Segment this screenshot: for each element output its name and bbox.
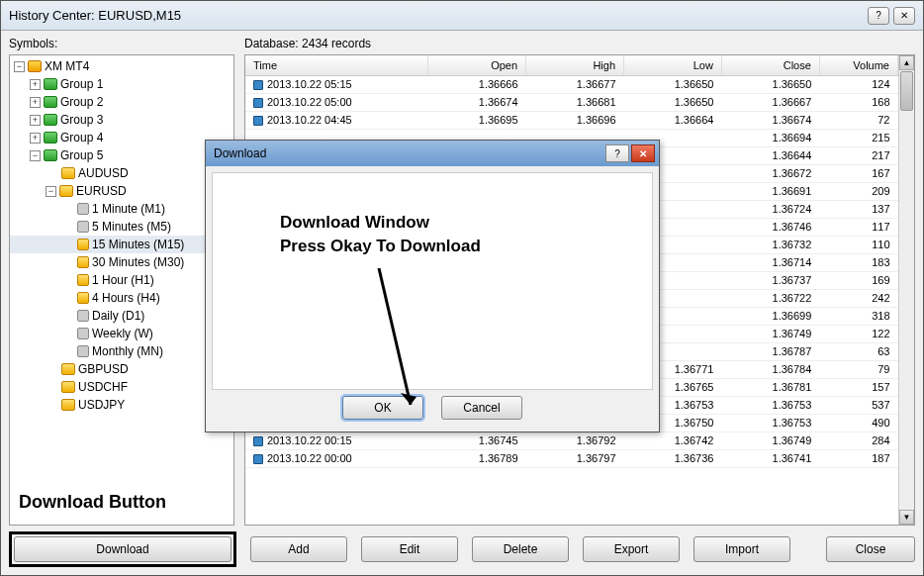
expand-icon[interactable]: + bbox=[30, 97, 41, 108]
dialog-body bbox=[212, 172, 653, 390]
tree-group[interactable]: +Group 1 bbox=[10, 75, 233, 93]
help-button[interactable]: ? bbox=[868, 7, 889, 25]
column-header[interactable]: High bbox=[526, 55, 624, 75]
tree-symbol[interactable]: AUDUSD bbox=[10, 164, 233, 182]
table-cell: 137 bbox=[819, 200, 897, 218]
timeframe-icon bbox=[77, 328, 89, 339]
column-header[interactable]: Time bbox=[245, 55, 428, 75]
dialog-cancel-button[interactable]: Cancel bbox=[441, 396, 522, 420]
table-cell: 72 bbox=[819, 111, 897, 129]
tree-symbol[interactable]: USDJPY bbox=[10, 396, 233, 414]
table-cell: 79 bbox=[819, 360, 897, 378]
table-scrollbar[interactable]: ▲ ▼ bbox=[898, 55, 914, 525]
scroll-down-icon[interactable]: ▼ bbox=[899, 510, 914, 525]
table-cell: 1.36737 bbox=[721, 271, 819, 289]
table-cell: 122 bbox=[819, 325, 897, 342]
table-row[interactable]: 2013.10.22 00:001.367891.367971.367361.3… bbox=[245, 449, 898, 467]
collapse-icon[interactable]: − bbox=[46, 186, 56, 197]
table-cell: 1.36781 bbox=[721, 378, 819, 396]
dialog-close-button[interactable]: ✕ bbox=[631, 144, 655, 162]
close-button[interactable]: Close bbox=[826, 536, 915, 562]
tree-timeframe[interactable]: Monthly (MN) bbox=[10, 342, 233, 360]
symbols-label: Symbols: bbox=[9, 35, 234, 54]
expand-icon[interactable]: + bbox=[30, 79, 41, 90]
symbols-tree[interactable]: −XM MT4 +Group 1 +Group 2 +Group 3 +Grou… bbox=[9, 54, 234, 526]
table-cell: 183 bbox=[819, 253, 897, 271]
tree-timeframe-selected[interactable]: 15 Minutes (M15) bbox=[10, 236, 233, 253]
table-cell: 117 bbox=[819, 218, 897, 236]
folder-icon bbox=[44, 96, 57, 108]
table-cell: 1.36784 bbox=[721, 360, 819, 378]
table-cell: 1.36666 bbox=[428, 75, 526, 93]
tree-timeframe[interactable]: Daily (D1) bbox=[10, 307, 233, 325]
collapse-icon[interactable]: − bbox=[14, 61, 25, 72]
import-button[interactable]: Import bbox=[693, 536, 790, 562]
table-row[interactable]: 2013.10.22 04:451.366951.366961.366641.3… bbox=[245, 111, 898, 129]
folder-icon bbox=[44, 132, 57, 144]
tree-timeframe[interactable]: 1 Hour (H1) bbox=[10, 271, 233, 289]
tree-symbol[interactable]: GBPUSD bbox=[10, 360, 233, 378]
row-icon bbox=[253, 80, 263, 90]
svg-line-0 bbox=[379, 268, 411, 405]
timeframe-icon bbox=[77, 274, 89, 286]
scroll-up-icon[interactable]: ▲ bbox=[899, 55, 914, 70]
tree-timeframe[interactable]: 1 Minute (M1) bbox=[10, 200, 233, 218]
table-row[interactable]: 2013.10.22 05:001.366741.366811.366501.3… bbox=[245, 93, 898, 111]
table-cell: 1.36732 bbox=[721, 236, 819, 253]
expand-icon[interactable]: + bbox=[30, 133, 41, 144]
table-cell: 1.36742 bbox=[624, 432, 722, 449]
download-button[interactable]: Download bbox=[14, 536, 231, 562]
table-cell: 318 bbox=[819, 307, 897, 325]
table-row[interactable]: 2013.10.22 05:151.366661.366771.366501.3… bbox=[245, 75, 898, 93]
table-cell: 2013.10.22 05:00 bbox=[245, 93, 428, 111]
tree-group[interactable]: −Group 5 bbox=[10, 146, 233, 164]
tree-timeframe[interactable]: Weekly (W) bbox=[10, 325, 233, 342]
history-center-window: History Center: EURUSD,M15 ? ✕ Symbols: … bbox=[0, 0, 924, 576]
table-cell: 2013.10.22 05:15 bbox=[245, 75, 428, 93]
tree-symbol[interactable]: USDCHF bbox=[10, 378, 233, 396]
table-cell: 1.36650 bbox=[624, 75, 722, 93]
table-cell: 167 bbox=[819, 164, 897, 182]
table-cell: 537 bbox=[819, 396, 897, 414]
table-cell: 169 bbox=[819, 271, 897, 289]
button-bar: Download Add Edit Delete Export Import C… bbox=[1, 526, 923, 575]
column-header[interactable]: Low bbox=[624, 55, 722, 75]
dialog-help-button[interactable]: ? bbox=[605, 144, 629, 162]
column-header[interactable]: Close bbox=[721, 55, 819, 75]
column-header[interactable]: Open bbox=[428, 55, 526, 75]
tree-timeframe[interactable]: 5 Minutes (M5) bbox=[10, 218, 233, 236]
symbol-icon bbox=[61, 399, 75, 411]
dialog-title: Download bbox=[214, 146, 603, 160]
table-cell: 209 bbox=[819, 182, 897, 200]
timeframe-icon bbox=[77, 292, 89, 304]
tree-timeframe[interactable]: 30 Minutes (M30) bbox=[10, 253, 233, 271]
table-cell: 1.36753 bbox=[721, 396, 819, 414]
collapse-icon[interactable]: − bbox=[30, 150, 41, 161]
table-cell: 1.36745 bbox=[428, 432, 526, 449]
table-cell: 284 bbox=[819, 432, 897, 449]
table-row[interactable]: 2013.10.22 00:151.367451.367921.367421.3… bbox=[245, 432, 898, 449]
table-cell: 1.36724 bbox=[721, 200, 819, 218]
add-button[interactable]: Add bbox=[250, 536, 347, 562]
timeframe-icon bbox=[77, 256, 89, 268]
tree-group[interactable]: +Group 3 bbox=[10, 111, 233, 129]
tree-group[interactable]: +Group 4 bbox=[10, 129, 233, 146]
tree-root[interactable]: −XM MT4 bbox=[10, 57, 233, 75]
row-icon bbox=[253, 436, 263, 446]
edit-button[interactable]: Edit bbox=[361, 536, 458, 562]
column-header[interactable]: Volume bbox=[819, 55, 897, 75]
table-cell: 157 bbox=[819, 378, 897, 396]
export-button[interactable]: Export bbox=[583, 536, 680, 562]
symbols-pane: Symbols: −XM MT4 +Group 1 +Group 2 +Grou… bbox=[9, 35, 234, 526]
table-cell: 1.36677 bbox=[526, 75, 624, 93]
delete-button[interactable]: Delete bbox=[472, 536, 569, 562]
expand-icon[interactable]: + bbox=[30, 115, 41, 126]
table-cell: 124 bbox=[819, 75, 897, 93]
window-close-button[interactable]: ✕ bbox=[893, 7, 915, 25]
folder-icon bbox=[44, 78, 57, 90]
tree-timeframe[interactable]: 4 Hours (H4) bbox=[10, 289, 233, 307]
tree-symbol[interactable]: −EURUSD bbox=[10, 182, 233, 200]
table-cell: 215 bbox=[819, 129, 897, 146]
tree-group[interactable]: +Group 2 bbox=[10, 93, 233, 111]
scroll-thumb[interactable] bbox=[900, 71, 913, 111]
